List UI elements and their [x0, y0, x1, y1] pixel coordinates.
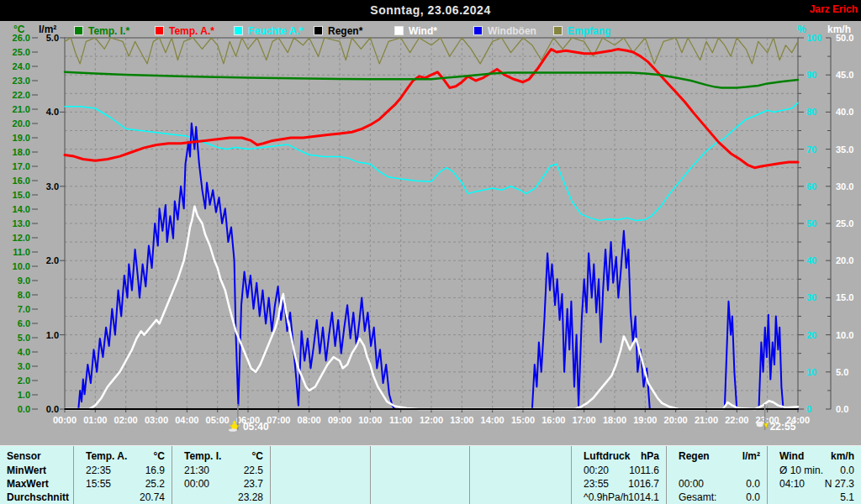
table-row	[667, 464, 767, 477]
table-cell-value: N 27.3	[825, 477, 854, 491]
temp-axis-tick-label: 12.0	[13, 233, 30, 243]
time-axis-tick-label: 12:00	[420, 415, 443, 425]
table-row: 15:5525.2	[74, 477, 172, 491]
table-cell-value: 20.74	[140, 491, 165, 504]
table-column-header	[371, 449, 469, 463]
table-column-wind: Windkm/hØ 10 min.0.004:10N 27.35.1	[768, 446, 861, 504]
table-header-unit: °C	[252, 449, 263, 463]
table-cell-value: 23.28	[238, 491, 263, 504]
table-cell-value: 5.1	[840, 491, 854, 504]
time-axis-tick-label: 05:00	[206, 415, 230, 425]
temp-axis-tick-label: 8.0	[18, 290, 30, 300]
table-row: 5.1	[768, 491, 861, 504]
temp-axis-tick-label: 11.0	[13, 247, 30, 257]
wind-axis-tick-label: 50.0	[836, 33, 853, 43]
time-axis-tick-label: 00:00	[53, 415, 77, 425]
time-axis-tick-label: 10:00	[358, 415, 382, 425]
rain-axis-tick-label: 5.0	[46, 33, 59, 43]
time-axis-tick-label: 04:00	[175, 415, 198, 425]
time-axis-tick-label: 22:00	[725, 415, 748, 425]
table-row: 00:000.0	[667, 477, 767, 491]
series-windben	[78, 123, 798, 409]
table-row: ^0.9hPa/h1014.1	[572, 491, 666, 504]
table-row: 04:10N 27.3	[768, 477, 861, 491]
table-row: 22:3516.9	[74, 464, 172, 477]
temp-axis-tick-label: 6.0	[18, 318, 30, 328]
temp-axis-tick-label: 7.0	[18, 304, 30, 314]
weather-chart: 26.025.024.023.022.021.020.019.018.017.0…	[0, 0, 861, 445]
table-row	[271, 491, 370, 504]
table-column-header: Temp. I.°C	[172, 449, 270, 463]
table-column-regen: Regenl/m²00:000.0Gesamt:0.0	[667, 446, 768, 504]
table-column-header: Windkm/h	[768, 449, 861, 463]
table-row-label: Sensor	[0, 449, 73, 463]
time-axis-tick-label: 07:00	[267, 415, 290, 425]
temp-axis-tick-label: 21.0	[13, 104, 30, 114]
table-row	[470, 491, 571, 504]
table-row	[371, 491, 469, 504]
sunrise-time-label: 05:40	[243, 421, 269, 433]
humidity-axis-tick-label: 20	[806, 330, 816, 340]
table-column-header	[470, 449, 571, 463]
temp-axis-tick-label: 16.0	[13, 176, 30, 186]
table-row-label: Durchschnitt	[0, 491, 73, 504]
wind-axis-tick-label: 30.0	[836, 181, 853, 192]
table-row	[470, 477, 571, 491]
table-cell-time: Ø 10 min.	[779, 464, 823, 477]
table-row-labels-column: SensorMinWertMaxWertDurchschnitt	[0, 446, 74, 504]
table-header-label: Wind	[779, 449, 804, 463]
time-axis-tick-label: 15:00	[511, 415, 535, 425]
table-cell-time: 15:55	[86, 477, 111, 491]
temp-axis-tick-label: 26.0	[13, 33, 30, 43]
sunset-icon	[757, 422, 763, 427]
temp-axis-tick-label: 9.0	[18, 276, 30, 286]
table-row	[271, 464, 370, 477]
table-row	[271, 477, 370, 491]
rain-axis-tick-label: 1.0	[46, 330, 59, 340]
time-axis-tick-label: 08:00	[298, 415, 321, 425]
table-row: Ø 10 min.0.0	[768, 464, 861, 477]
temp-axis-tick-label: 13.0	[13, 218, 30, 228]
humidity-axis-tick-label: 80	[806, 107, 816, 117]
table-row	[371, 477, 469, 491]
table-column-empty	[271, 446, 371, 504]
table-cell-value: 0.0	[746, 477, 760, 491]
table-header-label: Temp. A.	[86, 449, 127, 463]
humidity-axis-tick-label: 50	[806, 218, 816, 228]
table-row: 21:3022.5	[172, 464, 270, 477]
table-cell-time: 04:10	[779, 477, 805, 491]
table-row	[371, 464, 469, 477]
rain-axis-tick-label: 2.0	[46, 255, 59, 265]
table-column-header: Temp. A.°C	[74, 449, 172, 463]
time-axis-tick-label: 01:00	[83, 415, 107, 425]
temp-axis-tick-label: 4.0	[18, 347, 30, 357]
sunset-time-label: 22:55	[770, 421, 796, 433]
table-row-label: MinWert	[0, 464, 73, 477]
table-header-label: Regen	[679, 449, 710, 463]
table-cell-value: 25.2	[145, 477, 165, 491]
time-axis-tick-label: 13:00	[450, 415, 473, 425]
table-row: 23.28	[172, 491, 270, 504]
rain-axis-tick-label: 3.0	[46, 181, 59, 192]
table-row: Gesamt:0.0	[667, 491, 767, 504]
table-cell-time: 00:20	[584, 464, 609, 477]
wind-axis-tick-label: 20.0	[836, 255, 853, 265]
table-column-empty	[470, 446, 572, 504]
table-cell-value: 16.9	[145, 464, 165, 477]
table-cell-value: 22.5	[244, 464, 263, 477]
temp-axis-tick-label: 24.0	[13, 61, 30, 71]
rain-axis-tick-label: 4.0	[46, 107, 59, 117]
wind-axis-tick-label: 15.0	[836, 292, 853, 302]
time-axis-tick-label: 02:00	[114, 415, 138, 425]
table-row: 20.74	[74, 491, 172, 504]
table-column-luftdruck: LuftdruckhPa00:201011.623:551016.7^0.9hP…	[572, 446, 667, 504]
time-axis-tick-label: 09:00	[328, 415, 351, 425]
time-axis-tick-label: 14:00	[481, 415, 504, 425]
table-column-tempa: Temp. A.°C22:3516.915:5525.220.74	[74, 446, 172, 504]
temp-axis-tick-label: 1.0	[18, 390, 30, 400]
table-header-unit: hPa	[641, 449, 659, 463]
table-header-unit: km/h	[831, 449, 854, 463]
table-cell-value: 1014.1	[628, 491, 659, 504]
table-column-empty	[371, 446, 470, 504]
table-row: 00:201011.6	[572, 464, 666, 477]
